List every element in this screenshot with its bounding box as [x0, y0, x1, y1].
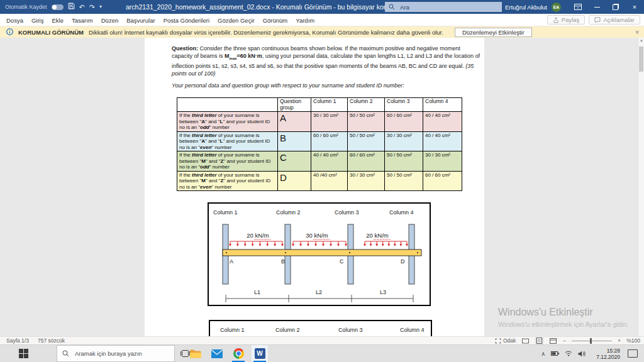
table-header-row: Question group Column 1 Column 2 Column … — [177, 98, 462, 112]
chrome-icon — [233, 348, 244, 359]
header-column-3: Column 3 — [385, 98, 423, 112]
vertical-scrollbar[interactable]: ▲ — [638, 38, 644, 336]
question-group-table: Question group Column 1 Column 2 Column … — [177, 97, 462, 191]
value-cell: 50 / 50 cm² — [385, 171, 423, 191]
zoom-out-button[interactable]: − — [563, 337, 566, 344]
restore-button[interactable] — [606, 0, 625, 14]
taskbar-search[interactable] — [57, 345, 175, 362]
battery-icon[interactable] — [551, 351, 559, 356]
span-label: L2 — [316, 289, 322, 295]
beam-shape — [223, 250, 421, 256]
question-paragraph: Question: Consider the three span contin… — [172, 45, 481, 77]
zoom-slider-thumb[interactable] — [590, 338, 592, 344]
save-icon[interactable] — [68, 0, 75, 14]
personal-data-intro: Your personal data and question group wi… — [172, 82, 481, 89]
zoom-slider[interactable] — [572, 337, 612, 344]
column-label: Column 3 — [338, 327, 363, 333]
node-label: C — [340, 258, 344, 265]
share-button[interactable]: Paylaş — [547, 15, 586, 25]
speaker-icon[interactable] — [578, 351, 586, 357]
statusbar: Sayfa 1/3 757 sözcük Odak − + %100 — [0, 336, 644, 344]
titlebar-search[interactable] — [385, 2, 502, 12]
header-question-group: Question group — [278, 98, 311, 112]
start-button[interactable] — [19, 349, 28, 361]
tab-tasarim[interactable]: Tasarım — [72, 17, 93, 24]
value-cell: 40 / 40 cm² — [423, 112, 462, 132]
avatar[interactable]: EA — [552, 3, 561, 12]
column-label: Column 4 — [400, 327, 425, 333]
page-indicator[interactable]: Sayfa 1/3 — [6, 337, 29, 344]
scroll-up-icon[interactable]: ▲ — [638, 38, 644, 42]
condition-cell: If the third letter of your surname is b… — [177, 112, 278, 132]
value-cell: 40 / 40 cm² — [423, 131, 462, 151]
load-label: 20 kN/m — [366, 232, 388, 239]
word-button[interactable]: W — [252, 345, 268, 362]
ribbon-display-options-button[interactable] — [569, 0, 587, 14]
print-layout-button[interactable] — [535, 337, 543, 344]
value-cell: 40 / 40 cm² — [311, 151, 348, 172]
column-label: Column 4 — [389, 209, 414, 216]
banner-label: KORUMALI GÖRÜNÜM — [18, 29, 84, 36]
chrome-button[interactable] — [230, 345, 247, 362]
close-button[interactable]: × — [625, 0, 644, 14]
table-row: If the third letter of your surname is b… — [177, 151, 462, 172]
titlebar: Otomatik Kaydet ↶ ↷ ▾ arch2131_2020_home… — [0, 0, 644, 14]
node-label: A — [230, 258, 233, 265]
condition-cell: If the third letter of your surname is b… — [177, 151, 278, 172]
search-icon — [389, 1, 395, 13]
node-label: B — [281, 258, 285, 265]
comment-icon — [594, 17, 601, 23]
tray-chevron-icon[interactable]: ∧ — [541, 351, 545, 357]
value-cell: 60 / 60 cm² — [311, 131, 348, 151]
share-icon — [553, 17, 559, 23]
tab-ekle[interactable]: Ekle — [52, 17, 63, 24]
web-layout-button[interactable] — [549, 337, 557, 344]
tray-date: 7.12.2020 — [591, 354, 620, 360]
undo-icon[interactable]: ↶ — [79, 0, 85, 14]
user-name[interactable]: Ertuğrul Akbulut — [505, 4, 547, 11]
protected-view-banner: KORUMALI GÖRÜNÜM Dikkatli olun! İnternet… — [0, 26, 644, 38]
zoom-in-button[interactable]: + — [618, 337, 621, 344]
tab-gozden-gecir[interactable]: Gözden Geçir — [218, 17, 255, 24]
tab-basvurular[interactable]: Başvurular — [126, 17, 155, 24]
mail-button[interactable] — [209, 345, 225, 362]
info-icon — [6, 28, 13, 36]
value-cell: 50 / 50 cm² — [385, 151, 423, 172]
tab-giris[interactable]: Giriş — [31, 17, 44, 24]
tab-gorunum[interactable]: Görünüm — [263, 17, 288, 24]
value-cell: 30 / 30 cm² — [311, 112, 348, 132]
redo-icon[interactable]: ↷ — [89, 0, 95, 14]
banner-close-icon[interactable]: × — [635, 29, 639, 36]
read-mode-button[interactable] — [521, 337, 530, 344]
activate-windows-watermark: Windows'u Etkinleştir — [498, 307, 593, 318]
clock[interactable]: 15:28 7.12.2020 — [591, 348, 620, 360]
value-cell: 60 / 60 cm² — [348, 151, 385, 172]
header-column-2: Column 2 — [348, 98, 385, 112]
tab-dosya[interactable]: Dosya — [6, 17, 23, 24]
zoom-level[interactable]: %100 — [626, 337, 640, 344]
column-label: Column 2 — [275, 327, 300, 333]
comments-button[interactable]: Açıklamalar — [589, 15, 640, 25]
word-icon: W — [255, 348, 265, 359]
minimize-button[interactable] — [587, 0, 606, 14]
enable-editing-button[interactable]: Düzenlemeyi Etkinleştir — [455, 28, 532, 37]
taskbar-search-input[interactable] — [74, 349, 164, 358]
tab-posta-gonderileri[interactable]: Posta Gönderileri — [164, 17, 209, 24]
folder-icon — [190, 349, 201, 358]
file-explorer-button[interactable] — [187, 345, 204, 362]
quick-access-chevron-icon[interactable]: ▾ — [99, 0, 102, 14]
word-count[interactable]: 757 sözcük — [38, 337, 65, 344]
search-icon — [62, 350, 69, 357]
focus-mode-button[interactable]: Odak — [495, 337, 516, 344]
tab-duzen[interactable]: Düzen — [101, 17, 118, 24]
scrollbar-thumb[interactable] — [639, 47, 643, 72]
autosave-toggle[interactable] — [52, 4, 64, 10]
wifi-icon[interactable] — [565, 351, 572, 356]
action-center-icon[interactable] — [628, 349, 638, 358]
activate-windows-subtext: Windows'u etkinleştirmek için Ayarlar'a … — [498, 321, 628, 328]
search-input[interactable] — [399, 3, 483, 11]
tab-yardim[interactable]: Yardım — [296, 17, 314, 24]
table-row: If the third letter of your surname is b… — [177, 131, 462, 151]
group-cell: C — [278, 151, 311, 172]
beam-diagram-figure: Column 1 Column 2 Column 3 Column 4 20 k… — [208, 202, 431, 306]
